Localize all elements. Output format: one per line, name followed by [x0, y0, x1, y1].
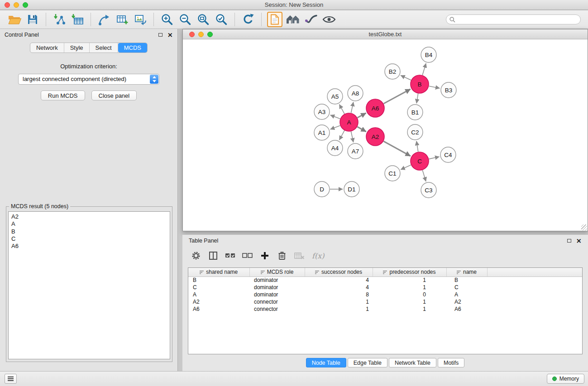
home-icon[interactable] — [285, 12, 301, 27]
save-icon[interactable] — [25, 12, 40, 27]
import-table-icon[interactable] — [70, 12, 85, 27]
graph-node-D1[interactable]: D1 — [344, 181, 359, 197]
tab-style[interactable]: Style — [64, 43, 90, 52]
float-table-panel-icon[interactable] — [567, 239, 571, 243]
graph-edge-B-B3[interactable] — [429, 86, 440, 88]
graph-edge-A-A4[interactable] — [339, 130, 344, 140]
table-row[interactable]: A6connector11A6 — [188, 305, 583, 313]
graph-edge-A6-B[interactable] — [384, 89, 411, 104]
close-window-button[interactable] — [5, 2, 10, 8]
search-input[interactable] — [457, 16, 575, 23]
graph-edge-A-A6[interactable] — [358, 113, 366, 118]
graph-node-D[interactable]: D — [314, 181, 330, 197]
network-canvas[interactable]: B4B2BB3A8A5A6A3B1AC2A1A2A4A7C4CC1C3DD1 — [183, 39, 588, 231]
graph-node-C1[interactable]: C1 — [385, 166, 400, 181]
resize-grip[interactable] — [581, 224, 587, 230]
graph-edge-A-A3[interactable] — [330, 115, 340, 119]
tab-node-table[interactable]: Node Table — [306, 358, 346, 367]
float-panel-icon[interactable] — [158, 33, 163, 37]
add-row-icon[interactable] — [258, 249, 271, 262]
tab-mcds[interactable]: MCDS — [118, 43, 147, 52]
result-item[interactable]: A6 — [11, 243, 167, 250]
tab-select[interactable]: Select — [90, 43, 118, 52]
select-all-icon[interactable] — [224, 249, 237, 262]
delete-row-icon[interactable] — [276, 249, 288, 262]
graph-node-A8[interactable]: A8 — [348, 86, 363, 101]
graph-edge-A2-C[interactable] — [383, 141, 411, 156]
graph-edge-A-A7[interactable] — [351, 132, 354, 143]
column-header-predecessor-nodes[interactable]: predecessor nodes — [373, 268, 446, 276]
result-item[interactable]: C — [11, 235, 167, 243]
column-header-mcds-role[interactable]: MCDS role — [249, 268, 305, 276]
tab-motifs[interactable]: Motifs — [438, 358, 464, 367]
zoom-fit-icon[interactable] — [196, 12, 211, 27]
tab-network-table[interactable]: Network Table — [389, 358, 436, 367]
graph-node-A3[interactable]: A3 — [314, 104, 330, 119]
graph-node-B2[interactable]: B2 — [385, 64, 400, 79]
graph-node-A1[interactable]: A1 — [314, 125, 330, 140]
graph-node-A[interactable]: A — [340, 113, 358, 131]
table-row[interactable]: Cdominator41C — [188, 284, 583, 291]
close-table-panel-icon[interactable]: ⨯ — [576, 238, 582, 243]
minimize-window-button[interactable] — [14, 2, 19, 8]
graph-node-B1[interactable]: B1 — [407, 105, 423, 120]
table-row[interactable]: Bdominator41B — [188, 276, 583, 284]
column-header-shared-name[interactable]: shared name — [188, 268, 249, 276]
memory-button[interactable]: Memory — [547, 374, 584, 384]
graph-node-B3[interactable]: B3 — [441, 82, 456, 98]
graph-edge-C-C3[interactable] — [422, 170, 426, 181]
graph-node-C2[interactable]: C2 — [407, 124, 423, 140]
graph-edge-C-C4[interactable] — [429, 157, 440, 159]
run-mcds-button[interactable]: Run MCDS — [41, 91, 85, 100]
graph-node-A6[interactable]: A6 — [366, 99, 384, 117]
result-item[interactable]: B — [11, 228, 167, 235]
deselect-all-icon[interactable] — [241, 249, 254, 262]
column-header-name[interactable]: name — [446, 268, 487, 276]
graph-node-C4[interactable]: C4 — [440, 147, 456, 162]
graph-node-C[interactable]: C — [411, 152, 429, 170]
zoom-network-window-button[interactable] — [207, 32, 213, 37]
graph-node-C3[interactable]: C3 — [421, 182, 436, 198]
mcds-result-list[interactable]: A2ABCA6 — [8, 211, 170, 359]
graph-node-A4[interactable]: A4 — [327, 140, 343, 156]
style-check-icon[interactable] — [303, 12, 319, 27]
export-image-icon[interactable] — [133, 12, 148, 27]
graph-node-A5[interactable]: A5 — [327, 89, 343, 104]
graph-edge-A-A8[interactable] — [351, 102, 354, 113]
graph-node-B[interactable]: B — [411, 75, 429, 93]
result-item[interactable]: A2 — [11, 213, 167, 220]
tab-edge-table[interactable]: Edge Table — [348, 358, 387, 367]
table-settings-gear-icon[interactable] — [190, 249, 202, 262]
graph-edge-B-B4[interactable] — [422, 63, 426, 75]
graph-edge-B-B2[interactable] — [401, 76, 411, 81]
refresh-icon[interactable] — [240, 12, 256, 27]
graph-edge-B-B1[interactable] — [416, 94, 418, 104]
graph-edge-C-C2[interactable] — [416, 141, 418, 152]
graph-edge-C-C1[interactable] — [401, 165, 411, 170]
zoom-in-icon[interactable] — [159, 12, 175, 27]
result-item[interactable]: A — [11, 220, 167, 228]
close-network-window-button[interactable] — [189, 32, 195, 37]
graph-node-B4[interactable]: B4 — [421, 47, 436, 62]
graph-edge-A-A2[interactable] — [357, 127, 366, 132]
column-header-successor-nodes[interactable]: successor nodes — [305, 268, 373, 276]
task-list-button[interactable] — [5, 374, 17, 384]
graph-edge-A-A1[interactable] — [330, 126, 340, 129]
graph-edge-A-A5[interactable] — [339, 105, 344, 114]
new-table-icon[interactable] — [115, 12, 130, 27]
close-panel-icon[interactable]: ⨯ — [167, 33, 173, 37]
zoom-out-icon[interactable] — [177, 12, 193, 27]
table-row[interactable]: Adominator80A — [188, 291, 583, 298]
import-network-icon[interactable] — [52, 12, 67, 27]
graph-node-A2[interactable]: A2 — [366, 128, 384, 146]
zoom-window-button[interactable] — [23, 2, 28, 8]
table-row[interactable]: A2connector11A2 — [188, 298, 583, 305]
open-file-icon[interactable] — [7, 12, 22, 27]
tab-network[interactable]: Network — [30, 43, 64, 52]
column-layout-icon[interactable] — [207, 249, 220, 262]
document-panel-icon[interactable] — [267, 12, 282, 27]
zoom-selected-icon[interactable] — [214, 12, 229, 27]
graph-node-A7[interactable]: A7 — [348, 143, 363, 159]
new-network-icon[interactable] — [96, 12, 112, 27]
optimization-select[interactable]: largest connected component (directed) — [18, 74, 159, 85]
